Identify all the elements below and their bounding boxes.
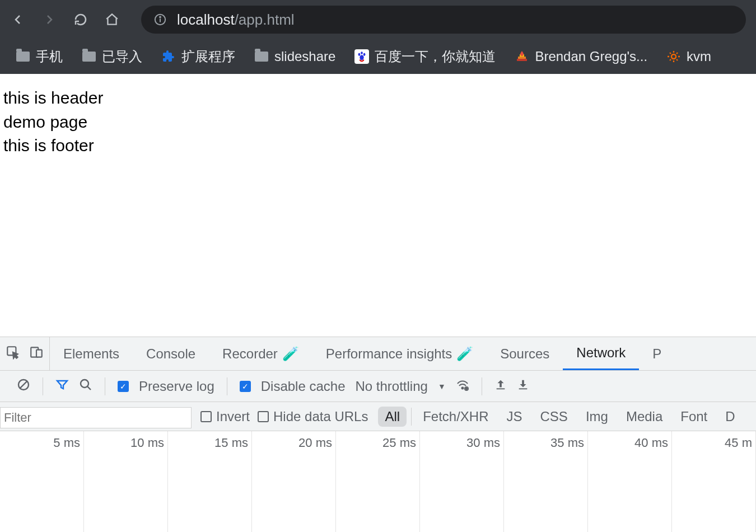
download-icon[interactable] xyxy=(517,379,529,394)
home-icon[interactable] xyxy=(104,12,120,27)
svg-point-2 xyxy=(160,17,161,18)
network-toolbar: ✓ Preserve log ✓ Disable cache No thrott… xyxy=(0,371,756,402)
filter-chip-font[interactable]: Font xyxy=(674,407,714,427)
filter-chip-js[interactable]: JS xyxy=(500,407,529,427)
timeline-tick: 35 ms xyxy=(504,431,588,532)
preserve-log-label: Preserve log xyxy=(139,379,214,394)
bookmark-brendan[interactable]: Brendan Gregg's... xyxy=(507,45,655,68)
page-header-text: this is header xyxy=(3,86,753,110)
forward-icon[interactable] xyxy=(41,12,57,27)
timeline-tick: 20 ms xyxy=(252,431,336,532)
search-icon[interactable] xyxy=(79,378,92,395)
bookmarks-bar: 手机 已导入 扩展程序 slideshare 百度一下，你就知道 Bren xyxy=(0,39,756,74)
network-filter-bar: Invert Hide data URLs All Fetch/XHR JS C… xyxy=(0,402,756,431)
inspect-icon[interactable] xyxy=(6,345,20,363)
bookmark-label: Brendan Gregg's... xyxy=(535,49,647,64)
upload-icon[interactable] xyxy=(494,379,507,394)
hide-urls-label: Hide data URLs xyxy=(273,409,368,424)
bookmark-label: 扩展程序 xyxy=(181,48,235,66)
hide-urls-checkbox[interactable] xyxy=(258,411,269,422)
svg-point-16 xyxy=(81,380,88,388)
bookmark-baidu[interactable]: 百度一下，你就知道 xyxy=(347,44,503,69)
page-footer-text: this is footer xyxy=(3,134,753,158)
back-icon[interactable] xyxy=(10,12,26,27)
timeline-tick: 5 ms xyxy=(0,431,84,532)
svg-rect-8 xyxy=(518,57,526,59)
invert-label: Invert xyxy=(216,409,250,424)
url-path: /app.html xyxy=(235,11,295,28)
timeline-tick: 40 ms xyxy=(588,431,672,532)
url-text: localhost/app.html xyxy=(177,11,295,29)
filter-input[interactable] xyxy=(0,407,192,428)
browser-chrome: localhost/app.html 手机 已导入 扩展程序 slideshar… xyxy=(0,0,756,74)
throttling-value: No throttling xyxy=(355,379,427,394)
svg-rect-21 xyxy=(519,388,527,389)
timeline-tick: 30 ms xyxy=(420,431,504,532)
disable-cache-checkbox[interactable]: ✓ xyxy=(240,381,251,392)
svg-rect-13 xyxy=(36,349,42,357)
svg-rect-20 xyxy=(496,388,505,389)
filter-chip-more[interactable]: D xyxy=(718,407,741,427)
empty-area xyxy=(0,170,756,337)
filter-chip-all[interactable]: All xyxy=(378,407,407,427)
timeline-tick: 15 ms xyxy=(168,431,252,532)
site-info-icon[interactable] xyxy=(152,12,168,27)
filter-chip-img[interactable]: Img xyxy=(579,407,615,427)
browser-toolbar: localhost/app.html xyxy=(0,0,756,39)
flask-icon: 🧪 xyxy=(282,346,299,362)
reload-icon[interactable] xyxy=(73,12,88,27)
svg-point-4 xyxy=(363,53,366,57)
bookmark-label: 百度一下，你就知道 xyxy=(375,48,496,66)
baidu-icon xyxy=(354,49,369,64)
flame-icon xyxy=(515,49,529,64)
svg-line-15 xyxy=(20,381,27,388)
filter-chip-fetch[interactable]: Fetch/XHR xyxy=(416,407,495,427)
folder-icon xyxy=(254,49,269,64)
bookmark-slideshare[interactable]: slideshare xyxy=(246,45,343,68)
bookmark-label: slideshare xyxy=(274,49,335,64)
invert-checkbox[interactable] xyxy=(200,411,212,422)
bookmark-label: kvm xyxy=(687,49,711,64)
tab-more[interactable]: P xyxy=(639,337,675,370)
timeline-tick: 45 m xyxy=(672,431,756,532)
puzzle-icon xyxy=(161,49,176,64)
page-body: this is header demo page this is footer xyxy=(0,74,756,170)
preserve-log-checkbox[interactable]: ✓ xyxy=(118,381,129,392)
svg-point-5 xyxy=(361,52,363,54)
bookmark-phone[interactable]: 手机 xyxy=(8,44,71,69)
tab-elements[interactable]: Elements xyxy=(50,337,133,370)
svg-point-10 xyxy=(671,54,676,59)
svg-point-18 xyxy=(461,387,463,389)
page-main-text: demo page xyxy=(3,110,753,134)
filter-toggle-icon[interactable] xyxy=(55,378,69,395)
bookmark-label: 已导入 xyxy=(102,48,142,66)
bookmark-extensions[interactable]: 扩展程序 xyxy=(153,44,243,69)
filter-chip-media[interactable]: Media xyxy=(619,407,669,427)
bookmark-imported[interactable]: 已导入 xyxy=(74,44,150,69)
svg-point-3 xyxy=(358,53,361,57)
tab-recorder[interactable]: Recorder🧪 xyxy=(209,337,312,370)
filter-chip-css[interactable]: CSS xyxy=(534,407,575,427)
tab-sources[interactable]: Sources xyxy=(487,337,563,370)
clear-icon[interactable] xyxy=(17,378,30,395)
device-toggle-icon[interactable] xyxy=(29,345,44,363)
timeline-tick: 25 ms xyxy=(336,431,420,532)
devtools-panel: Elements Console Recorder🧪 Performance i… xyxy=(0,337,756,532)
url-host: localhost xyxy=(177,11,235,28)
svg-rect-7 xyxy=(517,59,527,61)
timeline-tick: 10 ms xyxy=(84,431,168,532)
throttling-select[interactable]: No throttling ▼ xyxy=(355,379,445,394)
tab-network[interactable]: Network xyxy=(563,337,639,370)
tab-console[interactable]: Console xyxy=(133,337,209,370)
network-conditions-icon[interactable] xyxy=(456,378,469,395)
tab-performance-insights[interactable]: Performance insights🧪 xyxy=(312,337,487,370)
svg-line-17 xyxy=(87,386,91,390)
folder-icon xyxy=(16,49,30,64)
bookmark-kvm[interactable]: kvm xyxy=(659,45,719,68)
devtools-tabbar: Elements Console Recorder🧪 Performance i… xyxy=(0,337,756,371)
address-bar[interactable]: localhost/app.html xyxy=(141,6,746,34)
disable-cache-label: Disable cache xyxy=(261,379,346,394)
folder-icon xyxy=(82,49,96,64)
svg-point-6 xyxy=(360,55,364,60)
network-timeline[interactable]: 5 ms 10 ms 15 ms 20 ms 25 ms 30 ms 35 ms… xyxy=(0,431,756,532)
